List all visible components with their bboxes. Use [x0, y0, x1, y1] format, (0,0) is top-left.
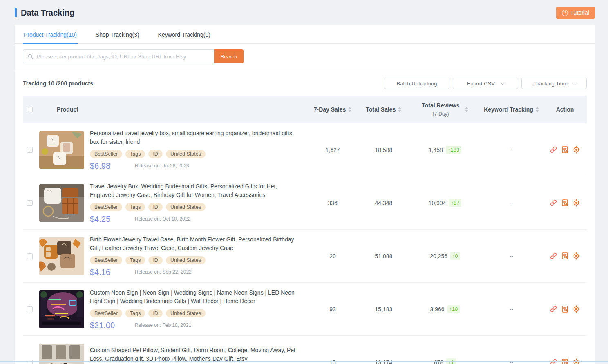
- tab-bar: Product Tracking(10) Shop Tracking(3) Ke…: [15, 25, 595, 44]
- badge-id: ID: [148, 309, 163, 317]
- sort-icon[interactable]: [536, 107, 539, 112]
- product-title[interactable]: Travel Jewelry Box, Wedding Bridesmaid G…: [90, 182, 296, 199]
- link-icon[interactable]: [550, 146, 557, 154]
- badge-bestseller: BestSeller: [90, 150, 122, 158]
- badge-tags: Tags: [125, 309, 145, 317]
- seven-day-sales-value: 93: [329, 306, 336, 313]
- table-row: Travel Jewelry Box, Wedding Bridesmaid G…: [23, 176, 587, 230]
- select-all-checkbox[interactable]: [27, 107, 33, 112]
- header-product: Product: [57, 106, 78, 113]
- reviews-delta-badge: ↑0: [450, 252, 460, 260]
- release-date: Release on: Oct 10, 2022: [135, 216, 190, 222]
- total-reviews-value: 1,458: [429, 147, 443, 153]
- badge-id: ID: [148, 150, 163, 158]
- sales-report-icon[interactable]: [561, 252, 569, 260]
- product-price: $6.98: [90, 161, 135, 171]
- table-row: Custom Neon Sign | Neon Sign | Wedding S…: [23, 283, 587, 336]
- badge-tags: Tags: [125, 203, 145, 211]
- row-checkbox[interactable]: [27, 253, 33, 259]
- sales-report-icon[interactable]: [561, 146, 569, 154]
- header-total-reviews: Total Reviews: [422, 102, 459, 109]
- seven-day-sales-value: 20: [329, 253, 336, 259]
- search-input[interactable]: [37, 54, 210, 60]
- sort-icon[interactable]: [348, 107, 351, 112]
- header-total-reviews-sub: (7-Day): [432, 111, 449, 117]
- product-image[interactable]: [39, 184, 84, 222]
- product-title[interactable]: Birth Flower Jewelry Travel Case, Birth …: [90, 235, 296, 252]
- badge-bestseller: BestSeller: [90, 256, 122, 264]
- keyword-tracking-value: --: [510, 359, 513, 364]
- badge-country: United States: [166, 256, 206, 264]
- badge-bestseller: BestSeller: [90, 203, 122, 211]
- keyword-target-icon[interactable]: [572, 252, 580, 260]
- product-image[interactable]: [39, 237, 84, 275]
- header-total-sales: Total Sales: [366, 106, 396, 113]
- table-row: Custom Shaped Pet Pillow, Student Gift, …: [23, 336, 587, 364]
- total-sales-value: 15,183: [375, 306, 393, 313]
- product-title[interactable]: Personalized travel jewelry box, small s…: [90, 129, 296, 146]
- link-icon[interactable]: [550, 252, 557, 260]
- sales-report-icon[interactable]: [561, 199, 569, 207]
- keyword-target-icon[interactable]: [572, 305, 580, 313]
- viewport-bottom-divider: [0, 361, 608, 362]
- page-title: Data Tracking: [21, 8, 74, 18]
- row-checkbox[interactable]: [27, 306, 33, 312]
- badge-tags: Tags: [125, 256, 145, 264]
- chevron-down-icon: [573, 80, 578, 85]
- badge-bestseller: BestSeller: [90, 309, 122, 317]
- row-checkbox[interactable]: [27, 200, 33, 206]
- product-price: $21.00: [90, 321, 135, 330]
- seven-day-sales-value: 336: [328, 200, 337, 206]
- total-reviews-value: 20,256: [430, 253, 447, 259]
- search-button[interactable]: Search: [214, 49, 244, 63]
- header-keyword-tracking: Keyword Tracking: [484, 106, 533, 113]
- keyword-tracking-value: --: [510, 306, 513, 312]
- keyword-target-icon[interactable]: [572, 199, 580, 207]
- sort-icon[interactable]: [465, 107, 468, 112]
- question-circle-icon: ?: [562, 10, 568, 16]
- tab-product-tracking[interactable]: Product Tracking(10): [23, 25, 78, 43]
- tab-shop-tracking[interactable]: Shop Tracking(3): [95, 25, 140, 43]
- product-title[interactable]: Custom Neon Sign | Neon Sign | Wedding S…: [90, 288, 296, 306]
- total-reviews-value: 10,904: [429, 200, 446, 206]
- reviews-delta-badge: ↑18: [447, 305, 460, 313]
- tab-keyword-tracking[interactable]: Keyword Tracking(0): [157, 25, 211, 43]
- tutorial-button[interactable]: ? Tutorial: [556, 7, 595, 19]
- link-icon[interactable]: [550, 199, 557, 207]
- main-card: Product Tracking(10) Shop Tracking(3) Ke…: [15, 25, 595, 364]
- product-image[interactable]: [39, 131, 84, 169]
- release-date: Release on: Feb 18, 2021: [135, 322, 191, 328]
- link-icon[interactable]: [550, 305, 557, 313]
- header-7day-sales: 7-Day Sales: [314, 106, 346, 113]
- total-reviews-value: 3,966: [430, 306, 444, 313]
- sales-report-icon[interactable]: [561, 305, 569, 313]
- row-checkbox[interactable]: [27, 360, 33, 364]
- badge-id: ID: [148, 256, 163, 264]
- title-accent-bar: [15, 8, 17, 17]
- reviews-delta-badge: ↑87: [449, 199, 461, 207]
- table-row: Personalized travel jewelry box, small s…: [23, 123, 587, 176]
- release-date: Release on: Sep 22, 2022: [135, 269, 192, 275]
- reviews-delta-badge: ↑183: [446, 146, 461, 154]
- row-checkbox[interactable]: [27, 147, 33, 153]
- header-action: Action: [556, 106, 574, 113]
- tutorial-button-label: Tutorial: [570, 9, 589, 16]
- release-date: Release on: Jul 28, 2023: [135, 163, 189, 169]
- badge-country: United States: [166, 309, 206, 317]
- search-icon: [27, 54, 34, 60]
- sort-icon[interactable]: [398, 107, 401, 112]
- chevron-down-icon: [501, 80, 505, 85]
- product-image[interactable]: [39, 290, 84, 328]
- badge-tags: Tags: [125, 150, 145, 158]
- tracking-time-sort-button[interactable]: ↓Tracking Time: [521, 78, 587, 89]
- search-section: Search: [15, 44, 595, 71]
- total-sales-value: 18,588: [375, 147, 393, 153]
- total-sales-value: 51,088: [375, 253, 393, 259]
- keyword-target-icon[interactable]: [572, 146, 580, 154]
- badge-id: ID: [148, 203, 163, 211]
- product-price: $4.25: [90, 214, 135, 224]
- keyword-tracking-value: --: [510, 200, 513, 206]
- batch-untracking-button[interactable]: Batch Untracking: [384, 78, 449, 89]
- toolbar: Tracking 10 /200 products Batch Untracki…: [15, 71, 595, 96]
- export-csv-button[interactable]: Export CSV: [453, 78, 518, 89]
